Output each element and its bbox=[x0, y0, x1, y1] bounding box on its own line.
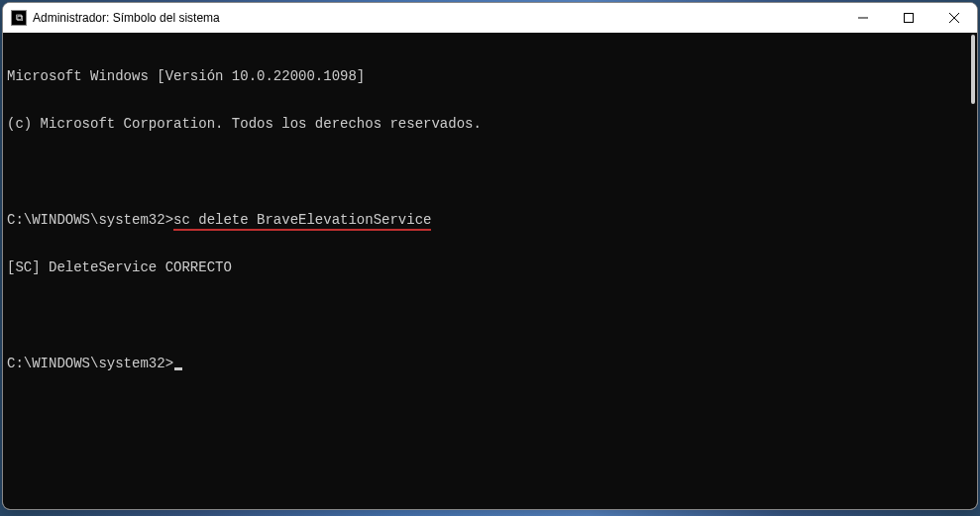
cmd-icon-text: ⧉ bbox=[16, 13, 23, 23]
terminal-output-line: [SC] DeleteService CORRECTO bbox=[7, 259, 975, 275]
text-cursor bbox=[174, 367, 182, 370]
prompt-path: C:\WINDOWS\system32> bbox=[7, 212, 173, 228]
prompt-path: C:\WINDOWS\system32> bbox=[7, 356, 173, 371]
close-button[interactable] bbox=[931, 3, 977, 33]
minimize-icon bbox=[858, 13, 868, 23]
terminal-prompt-line: C:\WINDOWS\system32>sc delete BraveEleva… bbox=[7, 212, 975, 228]
close-icon bbox=[949, 13, 959, 23]
cmd-icon: ⧉ bbox=[11, 10, 27, 26]
maximize-button[interactable] bbox=[886, 3, 931, 33]
window-controls bbox=[840, 3, 977, 33]
scrollbar-thumb[interactable] bbox=[971, 35, 975, 104]
command-prompt-window: ⧉ Administrador: Símbolo del sistema Mic… bbox=[2, 2, 978, 510]
window-title: Administrador: Símbolo del sistema bbox=[33, 11, 840, 25]
terminal-prompt-line: C:\WINDOWS\system32> bbox=[7, 356, 975, 371]
entered-command: sc delete BraveElevationService bbox=[173, 212, 431, 231]
terminal-output-line: Microsoft Windows [Versión 10.0.22000.10… bbox=[7, 68, 975, 84]
terminal-blank-line bbox=[7, 308, 975, 324]
terminal-area[interactable]: Microsoft Windows [Versión 10.0.22000.10… bbox=[3, 33, 977, 509]
titlebar[interactable]: ⧉ Administrador: Símbolo del sistema bbox=[3, 3, 977, 33]
minimize-button[interactable] bbox=[840, 3, 886, 33]
maximize-icon bbox=[904, 13, 914, 23]
terminal-blank-line bbox=[7, 164, 975, 180]
terminal-output-line: (c) Microsoft Corporation. Todos los der… bbox=[7, 116, 975, 132]
svg-rect-1 bbox=[905, 14, 914, 23]
